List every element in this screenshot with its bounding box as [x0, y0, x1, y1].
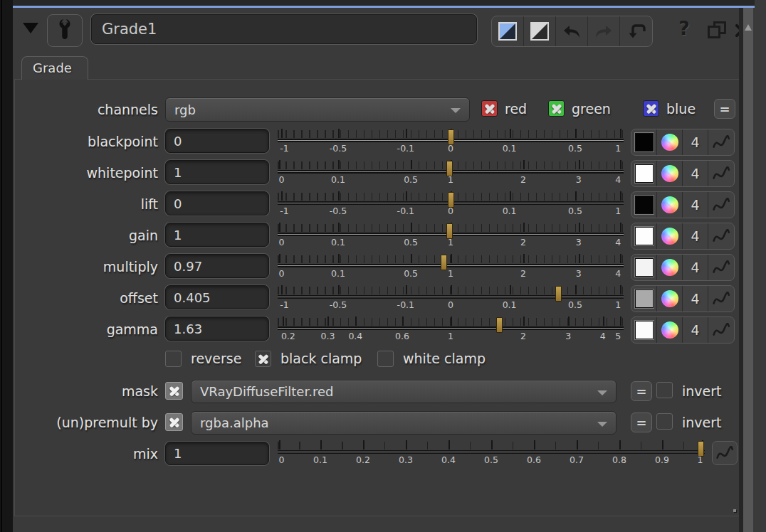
- tick-label: 0.2: [356, 454, 370, 465]
- node-settings-button[interactable]: [47, 14, 83, 47]
- mix-curve-button[interactable]: [712, 441, 738, 465]
- node-name-field[interactable]: Grade1: [91, 14, 477, 44]
- tick-major: [283, 316, 284, 326]
- multiply-input[interactable]: 0.97: [165, 254, 269, 278]
- mix-input[interactable]: 1: [165, 442, 269, 465]
- premult-dropdown[interactable]: rgba.alpha: [191, 411, 617, 435]
- gain-input[interactable]: 1: [165, 223, 269, 247]
- multiply-split-channels-button[interactable]: 4: [683, 255, 708, 280]
- tick-major: [411, 254, 412, 263]
- tick-label: -0.5: [330, 143, 347, 154]
- premult-enable-checkbox[interactable]: [165, 413, 183, 431]
- offset-slider[interactable]: -1-0.5-0.100.10.51: [278, 284, 624, 313]
- gamma-curve-button[interactable]: [708, 317, 734, 343]
- whitepoint-curve-button[interactable]: [708, 161, 734, 186]
- mask-equals-button[interactable]: =: [631, 381, 652, 401]
- tick-major: [451, 254, 452, 263]
- whitepoint-swatch-button[interactable]: [631, 161, 657, 186]
- channel-checkbox-blue[interactable]: [643, 100, 659, 117]
- channel-checkbox-green[interactable]: [548, 100, 565, 117]
- premult-equals-button[interactable]: =: [631, 413, 652, 432]
- revert-button[interactable]: [620, 16, 652, 46]
- tab-grade[interactable]: Grade: [21, 56, 88, 80]
- color-wheel-icon: [661, 321, 678, 339]
- curve-icon: [712, 229, 730, 244]
- tick-major: [575, 129, 577, 138]
- undo-button[interactable]: [556, 16, 588, 46]
- help-button[interactable]: ?: [672, 17, 696, 43]
- multiply-color-controls: 4: [631, 254, 735, 281]
- channels-dropdown[interactable]: rgb: [165, 97, 470, 122]
- float-panel-button[interactable]: [708, 21, 726, 38]
- offset-split-channels-button[interactable]: 4: [683, 286, 708, 312]
- gamma-swatch-button[interactable]: [631, 317, 657, 343]
- titlebar-top-band: [13, 0, 755, 6]
- mask-dropdown[interactable]: VRayDiffuseFilter.red: [191, 380, 617, 403]
- four-label: 4: [691, 291, 699, 307]
- whitepoint-colorwheel-button[interactable]: [657, 161, 683, 186]
- whitepoint-slider[interactable]: 00.10.51234: [278, 159, 624, 188]
- whitepoint-split-channels-button[interactable]: 4: [683, 161, 708, 186]
- slider-handle[interactable]: [446, 223, 453, 239]
- offset-curve-button[interactable]: [708, 286, 734, 312]
- color-swatch: [635, 321, 654, 339]
- gain-swatch-button[interactable]: [631, 223, 657, 249]
- gamma-input[interactable]: 1.63: [165, 316, 269, 341]
- blackpoint-input[interactable]: 0: [165, 129, 269, 153]
- offset-colorwheel-button[interactable]: [657, 286, 683, 312]
- color-wheel-icon: [661, 134, 678, 151]
- lift-split-channels-button[interactable]: 4: [683, 192, 708, 218]
- lift-colorwheel-button[interactable]: [657, 192, 683, 218]
- channels-equals-button[interactable]: =: [714, 99, 735, 119]
- multiply-slider[interactable]: 00.10.51234: [278, 253, 624, 282]
- revert-icon: [626, 21, 646, 41]
- slider-handle[interactable]: [555, 286, 562, 302]
- channel-checkbox-red[interactable]: [481, 100, 498, 117]
- slider-handle[interactable]: [448, 129, 454, 145]
- tick-label: 0: [278, 237, 284, 248]
- slider-handle[interactable]: [496, 317, 503, 333]
- premult-invert-checkbox[interactable]: [656, 413, 673, 430]
- lift-input[interactable]: 0: [165, 191, 269, 216]
- multiply-colorwheel-button[interactable]: [657, 255, 683, 280]
- whitepoint-input[interactable]: 1: [165, 160, 269, 184]
- offset-input[interactable]: 0.405: [165, 285, 269, 309]
- mask-invert-checkbox[interactable]: [656, 382, 673, 398]
- redo-button[interactable]: [588, 16, 620, 46]
- slider-handle[interactable]: [698, 441, 704, 457]
- gain-slider[interactable]: 00.10.51234: [278, 222, 624, 250]
- slider-handle[interactable]: [446, 161, 453, 176]
- gain-curve-button[interactable]: [708, 223, 734, 249]
- gamma-slider[interactable]: 0.20.30.40.612345: [278, 316, 624, 344]
- reverse-checkbox[interactable]: [165, 351, 182, 367]
- mask-enable-checkbox[interactable]: [165, 382, 183, 400]
- blackpoint-curve-button[interactable]: [708, 129, 734, 155]
- gamma-colorwheel-button[interactable]: [657, 317, 683, 343]
- lift-curve-button[interactable]: [708, 192, 734, 218]
- layout-split-gray-button[interactable]: [524, 16, 556, 46]
- layout-split-blue-button[interactable]: [492, 16, 524, 46]
- gain-colorwheel-button[interactable]: [657, 223, 683, 249]
- multiply-curve-button[interactable]: [708, 255, 734, 280]
- slider-handle[interactable]: [441, 255, 447, 270]
- multiply-swatch-button[interactable]: [631, 255, 657, 280]
- tick-label: 0.5: [404, 268, 418, 279]
- blackpoint-split-channels-button[interactable]: 4: [683, 129, 708, 155]
- blackpoint-slider[interactable]: -1-0.5-0.100.10.51: [278, 128, 624, 156]
- gamma-split-channels-button[interactable]: 4: [683, 317, 708, 343]
- gain-split-channels-button[interactable]: 4: [683, 223, 708, 249]
- slider-handle[interactable]: [448, 192, 454, 208]
- black-clamp-checkbox[interactable]: [255, 351, 271, 367]
- curve-icon: [712, 166, 730, 181]
- lift-swatch-button[interactable]: [631, 192, 657, 218]
- white-clamp-checkbox[interactable]: [377, 351, 394, 367]
- tick-label: 0.5: [568, 206, 582, 216]
- blackpoint-colorwheel-button[interactable]: [657, 129, 683, 155]
- white-clamp-label: white clamp: [403, 351, 486, 367]
- offset-swatch-button[interactable]: [631, 286, 657, 312]
- mask-dropdown-value: VRayDiffuseFilter.red: [200, 384, 333, 399]
- lift-slider[interactable]: -1-0.5-0.100.10.51: [278, 191, 624, 219]
- collapse-triangle-button[interactable]: [23, 23, 38, 33]
- blackpoint-swatch-button[interactable]: [631, 129, 657, 155]
- mix-slider[interactable]: 00.10.20.30.40.50.60.70.80.91: [278, 440, 705, 468]
